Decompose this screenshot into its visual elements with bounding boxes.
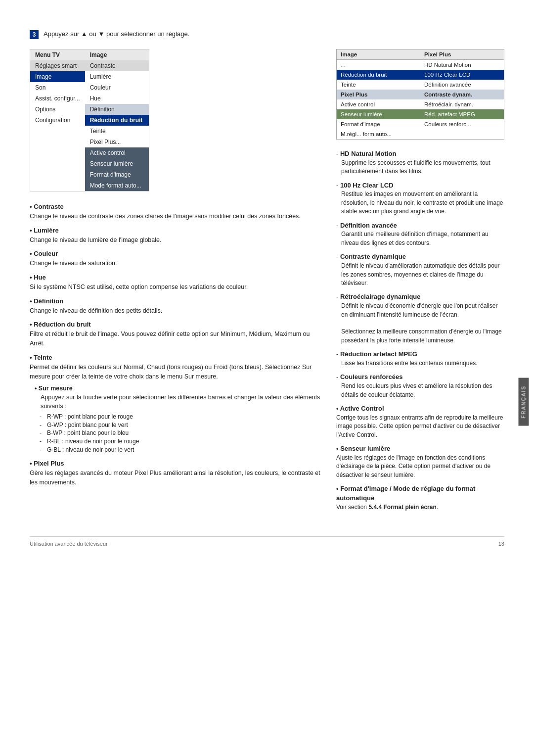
table-row: Réglages smart Contraste (30, 60, 149, 71)
pixel-col2-header: Pixel Plus (420, 49, 504, 60)
menu-tv-table: Menu TV Image Réglages smart Contraste I… (30, 49, 149, 191)
sub-item-title: • Sur mesure (35, 384, 321, 393)
item-title: • Réduction du bruit (30, 321, 91, 328)
item-text: Change le niveau de saturation. (30, 260, 117, 267)
list-item: - 100 Hz Clear LCD Restitue les images e… (336, 181, 504, 216)
list-item: • Format d'image / Mode de réglage du fo… (336, 484, 504, 512)
list-item: B-WP : point blanc pour le bleu (40, 429, 321, 437)
list-item: - HD Natural Motion Supprime les secouss… (336, 149, 504, 176)
item-text: Définit le niveau d'économie d'énergie q… (336, 302, 504, 345)
item-title: - HD Natural Motion (336, 149, 504, 159)
item-title: • Active Control (336, 404, 504, 414)
pixel-cell: ... (337, 60, 421, 70)
table-row: Configuration Réduction du bruit (30, 115, 149, 126)
pixel-cell: Réduction du bruit (337, 70, 421, 80)
table-row: Active control (30, 147, 149, 158)
table-row: Pixel Plus Contraste dynam. (337, 90, 504, 99)
right-column: Image Pixel Plus ... HD Natural Motion R… (336, 49, 504, 517)
list-item: - Rétroéclairage dynamique Définit le ni… (336, 292, 504, 345)
pixel-cell: 100 Hz Clear LCD (420, 70, 504, 80)
table-row: Active control Rétroéclair. dynam. (337, 99, 504, 109)
table-row: Mode format auto... (30, 180, 149, 191)
item-title: - Couleurs renforcées (336, 373, 504, 382)
menu-cell: Assist. configur... (30, 93, 85, 104)
item-title: • Pixel Plus (30, 460, 64, 467)
item-title: • Couleur (30, 250, 58, 257)
item-text: Change le niveau de contraste des zones … (30, 213, 301, 220)
item-title: - Contraste dynamique (336, 252, 504, 262)
menu-cell: Image (30, 71, 85, 82)
table-row: Son Couleur (30, 82, 149, 93)
menu-cell: Active control (85, 147, 149, 158)
item-title: • Teinte (30, 354, 52, 361)
menu-cell (30, 180, 85, 191)
menu-cell: Teinte (85, 126, 149, 137)
table-row: Assist. configur... Hue (30, 93, 149, 104)
item-text: Voir section 5.4.4 Format plein écran. (336, 503, 504, 512)
pixel-cell: Définition avancée (420, 80, 504, 90)
item-title: • Senseur lumière (336, 444, 504, 454)
table-row: M.régl... form.auto... (337, 129, 504, 140)
item-title: • Définition (30, 297, 63, 305)
pixel-plus-table: Image Pixel Plus ... HD Natural Motion R… (336, 49, 504, 140)
item-text: Change le niveau de définition des petit… (30, 307, 162, 314)
side-tab-francais: FRANÇAIS (519, 378, 529, 426)
pixel-cell (420, 129, 504, 140)
footer-right: 13 (498, 541, 504, 547)
pixel-cell: Pixel Plus (337, 90, 421, 99)
list-item: G-WP : point blanc pour le vert (40, 421, 321, 429)
menu-cell: Pixel Plus... (85, 137, 149, 147)
table-row: Teinte (30, 126, 149, 137)
item-text: Lisse les transitions entre les contenus… (336, 359, 504, 368)
table-row: Image Lumière (30, 71, 149, 82)
list-item: - Contraste dynamique Définit le niveau … (336, 252, 504, 287)
list-item: • Lumière Change le niveau de lumière de… (30, 226, 321, 245)
item-text: Filtre et réduit le bruit de l'image. Vo… (30, 331, 310, 347)
menu-col2-header: Image (85, 49, 149, 61)
menu-cell (30, 126, 85, 137)
table-row: ... HD Natural Motion (337, 60, 504, 70)
pixel-cell: Couleurs renforc... (420, 119, 504, 129)
main-layout: Menu TV Image Réglages smart Contraste I… (30, 49, 504, 517)
page-footer: Utilisation avancée du téléviseur 13 (30, 536, 504, 547)
list-item: R-BL : niveau de noir pour le rouge (40, 437, 321, 446)
step-instruction: 3 Appuyez sur ▲ ou ▼ pour sélectionner u… (30, 30, 504, 39)
table-row: Format d'image Couleurs renforc... (337, 119, 504, 129)
list-item: G-BL : niveau de noir pour le vert (40, 446, 321, 454)
pixel-cell: Teinte (337, 80, 421, 90)
sub-list: R-WP : point blanc pour le rouge G-WP : … (35, 413, 321, 454)
pixel-cell: Réd. artefact MPEG (420, 109, 504, 119)
list-item: - Couleurs renforcées Rend les couleurs … (336, 373, 504, 399)
menu-cell: Son (30, 82, 85, 93)
pixel-cell: Rétroéclair. dynam. (420, 99, 504, 109)
item-text: Restitue les images en mouvement en amél… (336, 190, 504, 216)
menu-cell (30, 137, 85, 147)
item-text: Définit le niveau d'amélioration automat… (336, 262, 504, 287)
menu-cell: Réglages smart (30, 60, 85, 71)
step-number: 3 (30, 30, 39, 39)
left-column: Menu TV Image Réglages smart Contraste I… (30, 49, 321, 492)
menu-cell: Senseur lumière (85, 158, 149, 169)
table-row: Senseur lumière (30, 158, 149, 169)
menu-cell: Options (30, 104, 85, 115)
pixel-cell: Active control (337, 99, 421, 109)
pixel-cell: Senseur lumière (337, 109, 421, 119)
item-text: Corrige tous les signaux entrants afin d… (336, 414, 504, 439)
list-item: • Teinte Permet de définir les couleurs … (30, 353, 321, 454)
footer-left: Utilisation avancée du téléviseur (30, 541, 108, 547)
list-item: • Active Control Corrige tous les signau… (336, 404, 504, 439)
menu-cell: Configuration (30, 115, 85, 126)
item-title: - Rétroéclairage dynamique (336, 292, 504, 302)
item-text: Si le système NTSC est utilisé, cette op… (30, 284, 248, 290)
item-text: Ajuste les réglages de l'image en foncti… (336, 454, 504, 479)
menu-cell: Format d'image (85, 169, 149, 180)
item-text: Supprime les secousses et fluidifie les … (336, 159, 504, 176)
menu-cell (30, 169, 85, 180)
menu-cell: Mode format auto... (85, 180, 149, 191)
pixel-col1-header: Image (337, 49, 421, 60)
menu-cell: Lumière (85, 71, 149, 82)
item-title: - Réduction artefact MPEG (336, 350, 504, 359)
item-title: - 100 Hz Clear LCD (336, 181, 504, 190)
item-text: Gère les réglages avancés du moteur Pixe… (30, 470, 320, 486)
table-row: Options Définition (30, 104, 149, 115)
